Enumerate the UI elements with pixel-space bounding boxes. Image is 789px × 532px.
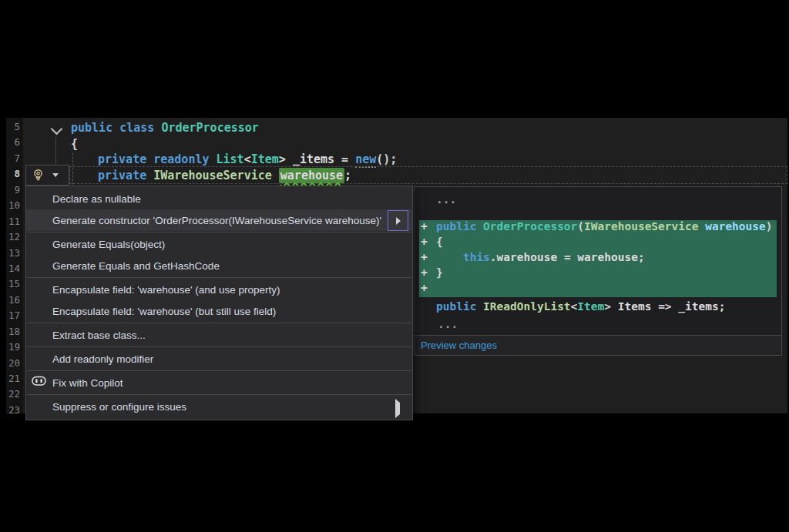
code-token: < — [244, 152, 251, 166]
menu-item-label: Fix with Copilot — [52, 377, 123, 389]
code-token: Items — [618, 300, 658, 313]
fold-guide-line — [55, 137, 56, 166]
code-token: warehouse — [705, 220, 766, 233]
menu-separator — [27, 277, 411, 278]
line-number-8[interactable]: 8 — [6, 168, 23, 183]
menu-item-label: Generate constructor 'OrderProcessor(IWa… — [52, 215, 381, 226]
menu-item-fix-with-copilot[interactable]: Fix with Copilot — [26, 372, 412, 393]
menu-item-label: Add readonly modifier — [52, 353, 153, 365]
preview-context-line: public IReadOnlyList<Item> Items => _ite… — [415, 300, 781, 316]
menu-item-encapsulate-field-property[interactable]: Encapsulate field: 'warehouse' (and use … — [26, 279, 412, 300]
menu-item-extract-base-class[interactable]: Extract base class... — [26, 324, 412, 346]
menu-item-generate-constructor[interactable]: Generate constructor 'OrderProcessor(IWa… — [26, 209, 412, 231]
preview-changes-link[interactable]: Preview changes — [421, 336, 497, 355]
line-number-12[interactable]: 12 — [6, 231, 23, 246]
copilot-icon — [32, 376, 46, 387]
line-number-11[interactable]: 11 — [6, 216, 23, 231]
line-number-17[interactable]: 17 — [6, 309, 23, 325]
diff-added-line: + this.warehouse = warehouse; — [419, 251, 777, 266]
line-number-16[interactable]: 16 — [6, 294, 23, 309]
line-number-10[interactable]: 10 — [6, 199, 23, 215]
menu-separator — [27, 232, 411, 233]
code-token: ... — [436, 193, 456, 206]
line-number-6[interactable]: 6 — [6, 136, 23, 152]
menu-separator — [27, 394, 411, 395]
line-number-14[interactable]: 14 — [6, 263, 23, 278]
line-number-5[interactable]: 5 — [6, 121, 23, 136]
menu-item-label: Encapsulate field: 'warehouse' (and use … — [52, 284, 280, 296]
code-line-8[interactable]: private IWarehouseService warehouse; — [98, 169, 351, 185]
quick-actions-menu: Declare as nullable Generate constructor… — [25, 186, 413, 420]
menu-item-encapsulate-field-field[interactable]: Encapsulate field: 'warehouse' (but stil… — [26, 300, 412, 322]
code-token: + — [421, 220, 436, 233]
menu-item-label: Encapsulate field: 'warehouse' (but stil… — [52, 306, 276, 317]
code-token: IWarehouseService — [153, 169, 279, 182]
code-token: _items — [293, 152, 341, 166]
code-token: > — [604, 300, 617, 313]
code-token: = — [564, 251, 577, 263]
code-editor[interactable]: 567891011121314151617181920212223 public… — [6, 118, 787, 413]
quick-actions-lightbulb-button[interactable] — [25, 165, 69, 186]
code-token: Item — [577, 300, 604, 313]
line-number-gutter[interactable]: 567891011121314151617181920212223 — [6, 118, 23, 413]
menu-separator — [27, 346, 411, 347]
line-number-15[interactable]: 15 — [6, 278, 23, 293]
line-number-19[interactable]: 19 — [6, 341, 23, 356]
code-token: > — [279, 152, 293, 166]
code-token: = — [341, 152, 355, 166]
submenu-expand-button[interactable] — [388, 210, 408, 231]
chevron-down-icon — [52, 173, 59, 177]
code-token: public — [436, 300, 483, 313]
code-token: List — [217, 152, 244, 166]
line-number-21[interactable]: 21 — [6, 373, 23, 388]
code-token: { — [436, 236, 443, 248]
code-token: public class — [71, 121, 161, 135]
line-number-13[interactable]: 13 — [6, 247, 23, 263]
menu-separator — [27, 323, 411, 323]
lightbulb-icon — [32, 169, 45, 182]
line-number-23[interactable]: 23 — [6, 404, 23, 420]
menu-item-suppress-configure-issues[interactable]: Suppress or configure issues — [26, 396, 412, 418]
line-number-20[interactable]: 20 — [6, 357, 23, 373]
code-line-6[interactable]: { — [71, 137, 78, 153]
menu-item-generate-equals-gethashcode[interactable]: Generate Equals and GetHashCode — [26, 255, 412, 276]
code-token: (); — [376, 152, 397, 166]
code-token: warehouse; — [577, 251, 644, 263]
code-token: { — [71, 137, 78, 151]
code-token: .warehouse — [490, 251, 564, 263]
diff-added-block: +public OrderProcessor(IWarehouseService… — [419, 220, 777, 297]
preview-changes-bar: Preview changes — [415, 335, 781, 355]
chevron-right-icon — [396, 217, 401, 225]
code-token — [436, 251, 463, 263]
fold-chevron-icon[interactable] — [51, 123, 63, 136]
code-token: ( — [577, 220, 584, 233]
menu-item-label: Extract base class... — [52, 330, 146, 341]
menu-item-add-readonly-modifier[interactable]: Add readonly modifier — [26, 348, 412, 370]
code-token: IReadOnlyList — [483, 300, 571, 313]
code-token: + — [421, 236, 436, 248]
code-token: IWarehouseService — [584, 220, 705, 233]
line-number-22[interactable]: 22 — [6, 388, 23, 403]
code-token: private readonly — [98, 152, 217, 166]
menu-item-declare-as-nullable[interactable]: Declare as nullable — [26, 188, 412, 209]
chevron-right-icon — [395, 403, 400, 414]
code-token: Item — [251, 152, 279, 166]
code-token: private — [98, 169, 153, 182]
preview-ellipsis-bottom: ... — [415, 318, 781, 333]
line-number-9[interactable]: 9 — [6, 184, 23, 199]
code-token: warehouse — [279, 168, 344, 183]
preview-ellipsis-top: ... — [415, 187, 781, 209]
code-token: ... — [438, 318, 458, 330]
code-line-5[interactable]: public class OrderProcessor — [71, 121, 259, 137]
line-number-7[interactable]: 7 — [6, 152, 23, 168]
refactoring-preview-panel: ... +public OrderProcessor(IWarehouseSer… — [414, 186, 782, 356]
diff-added-line: +public OrderProcessor(IWarehouseService… — [419, 220, 777, 236]
menu-item-label: Generate Equals and GetHashCode — [52, 260, 220, 272]
line-number-18[interactable]: 18 — [6, 326, 23, 341]
code-token: _items; — [678, 300, 725, 313]
screenshot-stage: 567891011121314151617181920212223 public… — [0, 0, 789, 532]
code-token: } — [436, 266, 443, 279]
diff-added-line: +} — [419, 266, 777, 282]
menu-item-generate-equals-object[interactable]: Generate Equals(object) — [26, 233, 412, 255]
menu-item-label: Suppress or configure issues — [52, 401, 186, 413]
